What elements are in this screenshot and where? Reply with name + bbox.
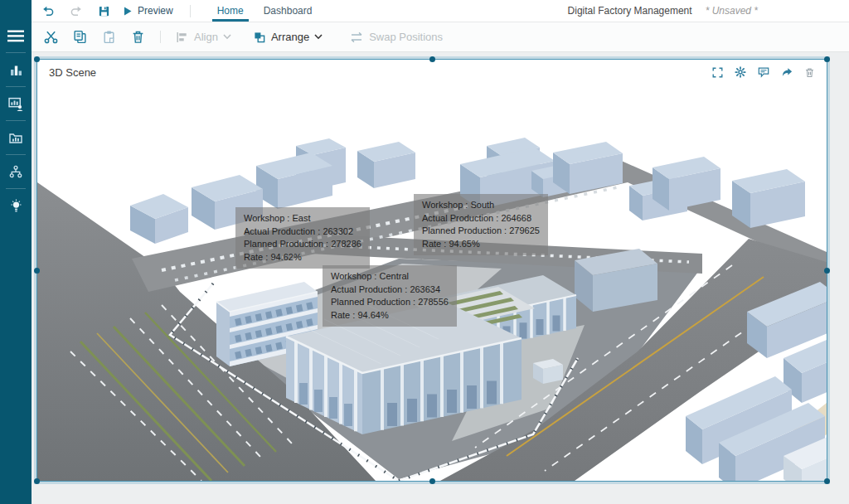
sidebar-divider [6,188,26,189]
sidebar-divider [6,52,26,53]
widget-comment-button[interactable] [756,65,771,80]
copy-button[interactable] [68,27,92,47]
paste-button[interactable] [97,27,121,47]
menu-button[interactable] [0,22,32,50]
tooltip-title: Workshop : Central [331,270,449,284]
sidebar-item-folder-reports[interactable] [0,124,32,152]
bar-chart-icon [9,63,23,76]
document-title: Digital Factory Management [568,5,692,17]
arrange-icon [253,31,266,44]
chevron-down-icon [314,34,323,40]
swap-positions-button[interactable]: Swap Positions [344,27,448,46]
tab-dashboard[interactable]: Dashboard [254,0,323,22]
divider [160,31,161,43]
hierarchy-icon [8,165,23,178]
tooltip-planned: Planned Production : 278556 [331,296,449,309]
tooltip-workshop-south: Workshop : South Actual Production : 264… [414,194,548,255]
cut-icon [44,30,58,44]
tooltip-actual: Actual Production : 263634 [331,284,449,297]
sidebar-item-charts[interactable] [0,56,32,84]
resize-handle-s[interactable] [429,478,435,484]
preview-button[interactable]: Preview [124,5,173,17]
folder-chart-icon [8,131,23,144]
undo-button[interactable] [40,2,56,19]
divider [190,5,191,17]
resize-handle-nw[interactable] [34,56,40,62]
tooltip-rate: Rate : 94.64% [331,309,449,322]
tooltip-rate: Rate : 94.65% [422,238,540,251]
preview-label: Preview [138,5,173,17]
resize-handle-n[interactable] [429,56,435,62]
resize-handle-sw[interactable] [34,478,40,484]
comment-icon [758,66,769,78]
sidebar-item-hierarchy[interactable] [0,158,32,186]
tooltip-workshop-east: Workshop : East Actual Production : 2633… [235,207,370,269]
tab-home-label: Home [217,5,244,17]
sidebar-divider [6,154,26,155]
main-area: Preview Home Dashboard Digital Factory M… [32,0,849,504]
tooltip-rate: Rate : 94.62% [244,251,361,264]
trash-icon [804,67,815,78]
play-icon [124,7,132,16]
align-label: Align [194,31,218,43]
undo-icon [41,4,55,17]
sidebar [0,0,32,504]
tooltip-title: Workshop : South [422,199,540,212]
arrange-button[interactable]: Arrange [248,27,327,47]
swap-icon [349,32,364,43]
trash-icon [131,30,145,44]
align-icon [176,31,189,44]
edit-toolbar: Align Arrange [32,22,849,52]
chart-person-icon [8,97,23,111]
unsaved-status: * Unsaved * [706,5,758,17]
lightbulb-icon [9,199,23,213]
arrange-label: Arrange [271,31,309,43]
delete-button[interactable] [126,27,150,47]
save-button[interactable] [96,3,112,19]
tooltip-title: Workshop : East [244,212,361,225]
share-icon [781,66,793,78]
sidebar-divider [6,120,26,121]
widget-3d-scene[interactable]: 3D Scene [36,59,827,482]
widget-title: 3D Scene [49,66,96,79]
redo-icon [70,4,83,17]
copy-icon [73,30,87,44]
resize-handle-e[interactable] [824,268,830,274]
tooltip-actual: Actual Production : 264668 [422,212,540,225]
widget-share-button[interactable] [779,65,794,80]
align-button[interactable]: Align [171,27,236,47]
widget-header: 3D Scene [37,60,827,85]
swap-positions-label: Swap Positions [369,31,443,43]
tab-home[interactable]: Home [207,0,254,22]
application-window: Preview Home Dashboard Digital Factory M… [0,0,849,504]
sidebar-item-report-user[interactable] [0,90,32,118]
sidebar-item-insights[interactable] [0,191,32,220]
cut-button[interactable] [39,27,63,47]
save-icon [98,5,110,17]
expand-icon [712,67,723,78]
fullscreen-button[interactable] [711,65,725,80]
widget-settings-button[interactable] [733,65,748,80]
resize-handle-ne[interactable] [824,56,830,62]
tab-dashboard-label: Dashboard [264,5,313,17]
chevron-down-icon [223,34,231,40]
redo-button[interactable] [68,2,85,19]
tooltip-workshop-central: Workshop : Central Actual Production : 2… [323,265,457,327]
tooltip-planned: Planned Production : 278286 [244,238,361,251]
tooltip-planned: Planned Production : 279625 [422,225,540,238]
widget-delete-button[interactable] [803,65,817,80]
top-menu-bar: Preview Home Dashboard Digital Factory M… [32,0,849,22]
sidebar-divider [6,86,26,87]
resize-handle-w[interactable] [34,268,40,274]
paste-icon [102,30,116,44]
hamburger-icon [7,30,24,42]
dashboard-canvas[interactable]: 3D Scene [32,52,849,504]
resize-handle-se[interactable] [824,478,830,484]
tooltip-actual: Actual Production : 263302 [244,225,361,239]
gear-icon [735,66,746,78]
